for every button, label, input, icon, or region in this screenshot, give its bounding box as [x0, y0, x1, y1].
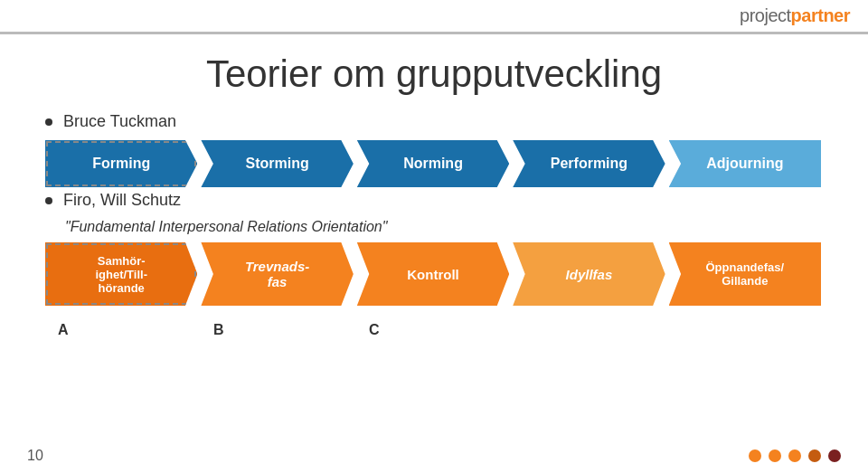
firo-label-c: C [356, 322, 512, 338]
firo-label-e [667, 322, 823, 338]
firo-idyllfas: Idyllfas [513, 242, 665, 306]
bullet-row-firo: Firo, Will Schutz [45, 191, 823, 210]
footer-dots [749, 449, 841, 462]
page-title: Teorier om grupputveckling [45, 52, 823, 96]
bullet-dot-tuckman [45, 118, 52, 126]
firo-quote: "Fundamental Interpersonal Relations Ori… [45, 219, 823, 235]
logo-project-text: project [740, 5, 791, 26]
page-number: 10 [27, 448, 43, 464]
footer-dot-5 [828, 449, 841, 462]
footer: 10 [27, 448, 841, 464]
firo-label-d [512, 322, 667, 338]
header: projectpartner [0, 0, 868, 34]
tuckman-process-row: Forming Storming Norming Performing Adjo… [45, 140, 823, 187]
tuckman-adjourning: Adjourning [669, 140, 821, 187]
firo-label-b: B [201, 322, 356, 338]
firo-process-row: Samhör- ighet/Till- hörande Trevnads- fa… [45, 242, 823, 306]
firo-label-a: A [45, 322, 201, 338]
bullet-row-tuckman: Bruce Tuckman [45, 112, 823, 131]
firo-labels-row: A B C [45, 322, 823, 338]
footer-dot-3 [788, 449, 801, 462]
tuckman-performing: Performing [513, 140, 665, 187]
footer-dot-4 [808, 449, 821, 462]
footer-dot-2 [769, 449, 781, 462]
firo-trevnads: Trevnads- fas [201, 242, 353, 306]
bullet-text-tuckman: Bruce Tuckman [63, 112, 176, 131]
tuckman-forming: Forming [45, 140, 197, 187]
firo-samhor: Samhör- ighet/Till- hörande [45, 242, 197, 306]
main-content: Teorier om grupputveckling Bruce Tuckman… [0, 34, 868, 353]
logo: projectpartner [740, 5, 850, 26]
bullet-text-firo: Firo, Will Schutz [63, 191, 181, 210]
firo-oppna: Öppnandefas/ Gillande [669, 242, 821, 306]
logo-partner-text: partner [791, 5, 850, 26]
footer-dot-1 [749, 449, 761, 462]
tuckman-norming: Norming [357, 140, 509, 187]
firo-kontroll: Kontroll [357, 242, 509, 306]
bullet-dot-firo [45, 197, 52, 204]
tuckman-storming: Storming [201, 140, 353, 187]
